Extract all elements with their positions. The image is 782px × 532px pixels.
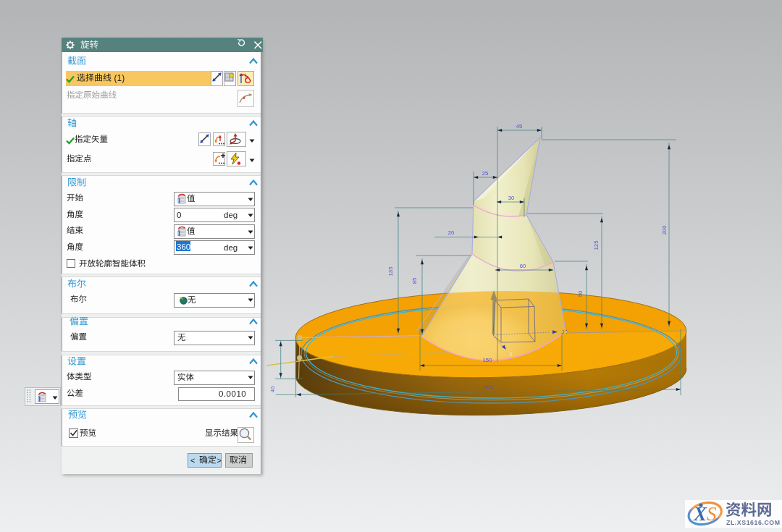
svg-text:400: 400 bbox=[484, 384, 494, 390]
svg-text:50: 50 bbox=[577, 290, 584, 297]
svg-text:2: 2 bbox=[509, 351, 513, 358]
svg-text:125: 125 bbox=[593, 240, 600, 250]
svg-text:85: 85 bbox=[411, 277, 418, 284]
svg-text:60: 60 bbox=[520, 263, 526, 269]
svg-text:40: 40 bbox=[269, 386, 276, 392]
svg-text:150: 150 bbox=[482, 357, 492, 363]
svg-text:25: 25 bbox=[482, 170, 489, 177]
svg-text:S: S bbox=[707, 503, 717, 525]
svg-text:45: 45 bbox=[516, 123, 523, 130]
svg-text:135: 135 bbox=[387, 266, 394, 276]
svg-text:X: X bbox=[693, 503, 707, 525]
svg-text:30: 30 bbox=[508, 195, 515, 201]
svg-text:20: 20 bbox=[448, 229, 455, 236]
svg-text:200: 200 bbox=[661, 225, 668, 235]
